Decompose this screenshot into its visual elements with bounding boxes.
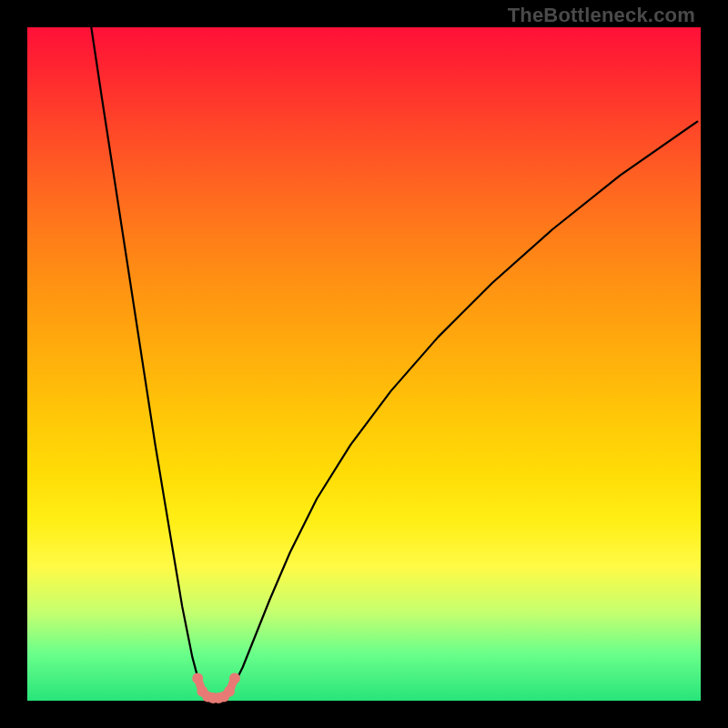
- marker-dot: [192, 673, 203, 684]
- dots-group: [192, 673, 240, 703]
- curve-right-branch: [233, 122, 698, 688]
- curve-left-branch: [91, 27, 204, 691]
- chart-svg: [27, 27, 701, 701]
- marker-dot: [229, 673, 240, 684]
- marker-dot: [224, 686, 235, 697]
- watermark-text: TheBottleneck.com: [508, 4, 695, 27]
- plot-area: [27, 27, 701, 701]
- series-group: [91, 27, 697, 691]
- chart-frame: TheBottleneck.com: [0, 0, 728, 728]
